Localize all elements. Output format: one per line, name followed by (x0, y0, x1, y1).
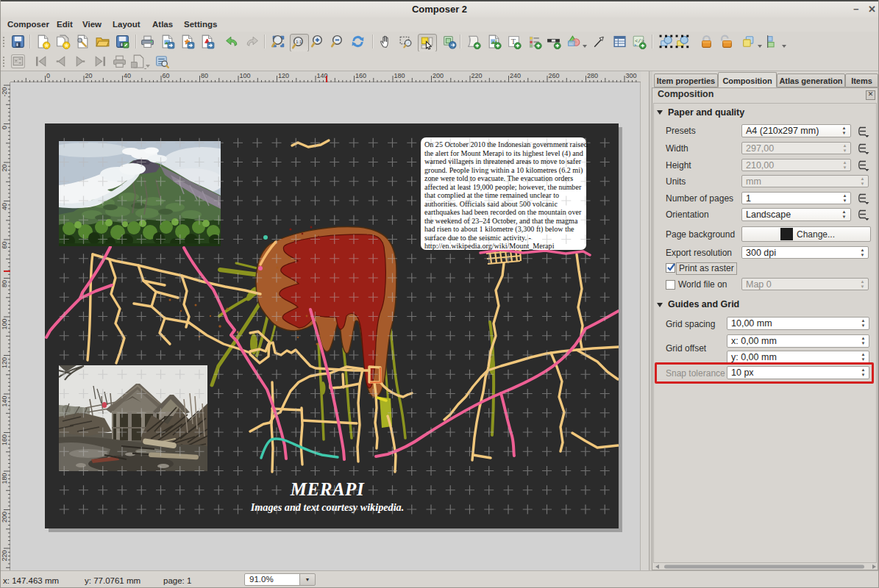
svg-text:140: 140 (1, 396, 8, 407)
svg-text:20: 20 (85, 72, 93, 79)
svg-text:200: 200 (433, 72, 444, 79)
svg-text:220: 220 (1, 551, 8, 562)
svg-text:60: 60 (1, 242, 8, 249)
svg-text:100: 100 (240, 72, 251, 79)
svg-text:160: 160 (355, 72, 366, 79)
svg-text:1:1: 1:1 (296, 40, 302, 44)
svg-text:220: 220 (471, 72, 483, 79)
svg-text:80: 80 (1, 280, 8, 287)
svg-text:40: 40 (124, 72, 131, 79)
svg-text:0: 0 (46, 72, 50, 79)
svg-text:180: 180 (1, 473, 8, 484)
svg-text:20: 20 (1, 165, 8, 172)
svg-text:180: 180 (394, 72, 405, 79)
svg-text:120: 120 (1, 357, 8, 368)
svg-text:-20: -20 (1, 87, 8, 97)
svg-text:100: 100 (1, 319, 8, 330)
svg-text:200: 200 (1, 512, 8, 523)
svg-text:80: 80 (201, 72, 208, 79)
svg-text:240: 240 (510, 72, 521, 79)
svg-text:60: 60 (163, 72, 170, 79)
svg-text:260: 260 (549, 72, 560, 79)
svg-text:120: 120 (278, 72, 289, 79)
svg-text:40: 40 (1, 203, 8, 210)
svg-text:0: 0 (1, 126, 8, 129)
svg-text:280: 280 (587, 72, 598, 79)
svg-text:300: 300 (626, 72, 637, 79)
svg-text:160: 160 (1, 434, 8, 445)
